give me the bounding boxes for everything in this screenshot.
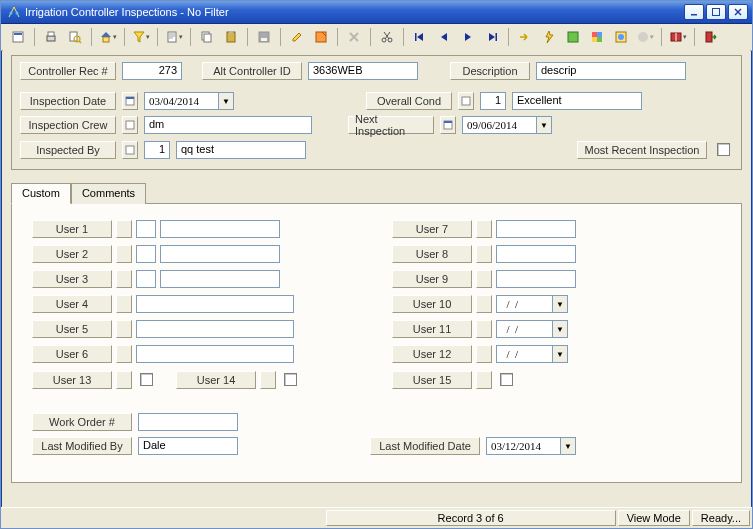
cut-scissors-icon[interactable] [376,26,398,48]
toolbar [1,24,752,51]
edit-pencil-icon[interactable] [286,26,308,48]
user6-picker[interactable] [116,345,132,363]
svg-rect-14 [227,32,235,42]
user8-value[interactable] [496,245,576,263]
user3-picker[interactable] [116,270,132,288]
inspection-crew-value[interactable]: dm [144,116,312,134]
status-record: Record 3 of 6 [326,510,616,526]
status-ready: Ready... [692,510,750,526]
inspected-by-picker[interactable] [122,141,138,159]
user6-value[interactable] [136,345,294,363]
user13-picker[interactable] [116,371,132,389]
user7-picker[interactable] [476,220,492,238]
user2-value[interactable] [160,245,280,263]
form-icon[interactable] [7,26,29,48]
dropdown-icon[interactable]: ▼ [560,437,576,455]
svg-rect-21 [415,33,417,41]
user1-picker[interactable] [116,220,132,238]
svg-rect-38 [444,121,452,123]
save-icon[interactable] [253,26,275,48]
next-inspection-field[interactable]: ▼ [462,116,552,134]
print-preview-icon[interactable] [64,26,86,48]
user15-picker[interactable] [476,371,492,389]
close-button[interactable] [728,4,748,20]
user2-picker[interactable] [116,245,132,263]
work-order-value[interactable] [138,413,238,431]
world-icon[interactable] [610,26,632,48]
tab-comments[interactable]: Comments [71,183,146,204]
next-inspection-input[interactable] [462,116,536,134]
user12-date[interactable] [496,345,552,363]
help-book-icon[interactable] [667,26,689,48]
most-recent-checkbox[interactable] [717,143,730,156]
delete-x-icon[interactable] [343,26,365,48]
refresh-bolt-icon[interactable] [538,26,560,48]
user11-date[interactable] [496,320,552,338]
svg-rect-25 [597,32,602,37]
svg-rect-2 [691,14,697,16]
user15-checkbox[interactable] [500,373,513,386]
user10-label: User 10 [392,295,472,313]
maximize-button[interactable] [706,4,726,20]
dropdown-icon[interactable]: ▼ [552,320,568,338]
user9-picker[interactable] [476,270,492,288]
nav-prev-icon[interactable] [433,26,455,48]
module-multi-icon[interactable] [586,26,608,48]
user1-value[interactable] [160,220,280,238]
user4-value[interactable] [136,295,294,313]
user10-picker[interactable] [476,295,492,313]
inspection-date-picker[interactable] [122,92,138,110]
overall-cond-picker[interactable] [458,92,474,110]
alt-controller-label: Alt Controller ID [202,62,302,80]
user8-picker[interactable] [476,245,492,263]
nav-next-icon[interactable] [457,26,479,48]
dropdown-icon[interactable]: ▼ [552,345,568,363]
user10-date[interactable] [496,295,552,313]
description-value: descrip [536,62,686,80]
inspection-date-input[interactable] [144,92,218,110]
inspection-crew-picker[interactable] [122,116,138,134]
user3-code[interactable] [136,270,156,288]
doc-dropdown-icon[interactable] [163,26,185,48]
inspected-by-num[interactable]: 1 [144,141,170,159]
inspection-date-field[interactable]: ▼ [144,92,234,110]
dropdown-icon[interactable]: ▼ [536,116,552,134]
minimize-button[interactable] [684,4,704,20]
overall-cond-num[interactable]: 1 [480,92,506,110]
last-modified-by-label: Last Modified By [32,437,132,455]
print-icon[interactable] [40,26,62,48]
tab-custom[interactable]: Custom [11,183,71,204]
dropdown-icon[interactable]: ▼ [218,92,234,110]
user14-checkbox[interactable] [284,373,297,386]
globe-dim-icon[interactable] [634,26,656,48]
user13-checkbox[interactable] [140,373,153,386]
user3-value[interactable] [160,270,280,288]
home-dropdown-icon[interactable] [97,26,119,48]
user12-picker[interactable] [476,345,492,363]
user4-picker[interactable] [116,295,132,313]
user9-value[interactable] [496,270,576,288]
user14-picker[interactable] [260,371,276,389]
paste-icon[interactable] [220,26,242,48]
dropdown-icon[interactable]: ▼ [552,295,568,313]
user11-picker[interactable] [476,320,492,338]
exit-door-icon[interactable] [700,26,722,48]
next-inspection-picker[interactable] [440,116,456,134]
tabs: Custom Comments User 1 User 2 User 3 Use… [11,182,742,492]
module-green-icon[interactable] [562,26,584,48]
goto-arrow-icon[interactable] [514,26,536,48]
user1-code[interactable] [136,220,156,238]
user2-code[interactable] [136,245,156,263]
notes-icon[interactable] [310,26,332,48]
user5-picker[interactable] [116,320,132,338]
copy-icon[interactable] [196,26,218,48]
user5-value[interactable] [136,320,294,338]
user15-label: User 15 [392,371,472,389]
nav-last-icon[interactable] [481,26,503,48]
inspection-date-label: Inspection Date [20,92,116,110]
user7-value[interactable] [496,220,576,238]
statusbar: Record 3 of 6 View Mode Ready... [1,507,752,528]
nav-first-icon[interactable] [409,26,431,48]
filter-funnel-icon[interactable] [130,26,152,48]
last-modified-date-input[interactable] [486,437,560,455]
